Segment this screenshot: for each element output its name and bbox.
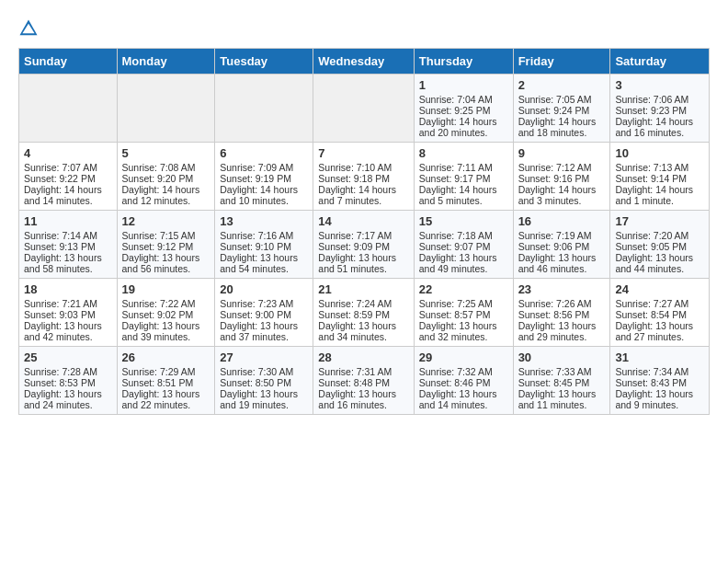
daylight-minutes-text: and 51 minutes.: [318, 263, 408, 274]
calendar-cell: [313, 75, 414, 143]
daylight-hours-text: Daylight: 13 hours: [419, 388, 508, 399]
daylight-hours-text: Daylight: 13 hours: [220, 388, 308, 399]
daylight-hours-text: Daylight: 13 hours: [220, 320, 308, 331]
day-number: 30: [518, 350, 606, 364]
sunrise-text: Sunrise: 7:15 AM: [122, 230, 210, 241]
day-number: 31: [615, 350, 704, 364]
calendar-cell: 29Sunrise: 7:32 AMSunset: 8:46 PMDayligh…: [414, 347, 513, 415]
calendar-cell: 11Sunrise: 7:14 AMSunset: 9:13 PMDayligh…: [19, 211, 118, 279]
daylight-hours-text: Daylight: 13 hours: [518, 388, 606, 399]
daylight-hours-text: Daylight: 13 hours: [24, 320, 112, 331]
day-number: 5: [122, 146, 210, 160]
calendar-cell: 21Sunrise: 7:24 AMSunset: 8:59 PMDayligh…: [313, 279, 414, 347]
day-number: 20: [220, 282, 308, 296]
page-header: [18, 18, 710, 39]
daylight-minutes-text: and 14 minutes.: [24, 195, 112, 206]
sunrise-text: Sunrise: 7:06 AM: [615, 94, 704, 105]
calendar-table: SundayMondayTuesdayWednesdayThursdayFrid…: [18, 48, 710, 415]
daylight-minutes-text: and 34 minutes.: [318, 331, 408, 342]
calendar-cell: 16Sunrise: 7:19 AMSunset: 9:06 PMDayligh…: [513, 211, 610, 279]
daylight-minutes-text: and 44 minutes.: [615, 263, 704, 274]
sunrise-text: Sunrise: 7:04 AM: [419, 94, 508, 105]
sunset-text: Sunset: 8:54 PM: [615, 309, 704, 320]
day-number: 27: [220, 350, 308, 364]
sunset-text: Sunset: 9:09 PM: [318, 241, 408, 252]
day-number: 29: [419, 350, 508, 364]
calendar-cell: 5Sunrise: 7:08 AMSunset: 9:20 PMDaylight…: [117, 143, 215, 211]
daylight-minutes-text: and 27 minutes.: [615, 331, 704, 342]
daylight-hours-text: Daylight: 14 hours: [220, 184, 308, 195]
day-number: 18: [24, 282, 112, 296]
daylight-hours-text: Daylight: 13 hours: [318, 252, 408, 263]
daylight-minutes-text: and 16 minutes.: [615, 127, 704, 138]
calendar-week-row: 11Sunrise: 7:14 AMSunset: 9:13 PMDayligh…: [19, 211, 710, 279]
calendar-cell: 22Sunrise: 7:25 AMSunset: 8:57 PMDayligh…: [414, 279, 513, 347]
sunset-text: Sunset: 9:13 PM: [24, 241, 112, 252]
calendar-cell: 9Sunrise: 7:12 AMSunset: 9:16 PMDaylight…: [513, 143, 610, 211]
daylight-hours-text: Daylight: 14 hours: [518, 116, 606, 127]
daylight-minutes-text: and 7 minutes.: [318, 195, 408, 206]
day-number: 16: [518, 214, 606, 228]
calendar-cell: 18Sunrise: 7:21 AMSunset: 9:03 PMDayligh…: [19, 279, 118, 347]
sunrise-text: Sunrise: 7:16 AM: [220, 230, 308, 241]
calendar-cell: 7Sunrise: 7:10 AMSunset: 9:18 PMDaylight…: [313, 143, 414, 211]
sunrise-text: Sunrise: 7:27 AM: [615, 298, 704, 309]
sunset-text: Sunset: 9:17 PM: [419, 173, 508, 184]
daylight-minutes-text: and 16 minutes.: [318, 399, 408, 410]
daylight-hours-text: Daylight: 13 hours: [318, 320, 408, 331]
day-number: 3: [615, 78, 704, 92]
calendar-week-row: 18Sunrise: 7:21 AMSunset: 9:03 PMDayligh…: [19, 279, 710, 347]
sunset-text: Sunset: 9:06 PM: [518, 241, 606, 252]
calendar-cell: 2Sunrise: 7:05 AMSunset: 9:24 PMDaylight…: [513, 75, 610, 143]
sunrise-text: Sunrise: 7:21 AM: [24, 298, 112, 309]
calendar-cell: 6Sunrise: 7:09 AMSunset: 9:19 PMDaylight…: [215, 143, 313, 211]
calendar-cell: 31Sunrise: 7:34 AMSunset: 8:43 PMDayligh…: [610, 347, 710, 415]
sunrise-text: Sunrise: 7:24 AM: [318, 298, 408, 309]
sunset-text: Sunset: 9:24 PM: [518, 105, 606, 116]
daylight-hours-text: Daylight: 13 hours: [615, 252, 704, 263]
weekday-header: Wednesday: [313, 49, 414, 75]
sunset-text: Sunset: 9:02 PM: [122, 309, 210, 320]
daylight-hours-text: Daylight: 14 hours: [518, 184, 606, 195]
daylight-hours-text: Daylight: 13 hours: [518, 320, 606, 331]
calendar-cell: [215, 75, 313, 143]
day-number: 17: [615, 214, 704, 228]
daylight-minutes-text: and 3 minutes.: [518, 195, 606, 206]
daylight-minutes-text: and 12 minutes.: [122, 195, 210, 206]
day-number: 19: [122, 282, 210, 296]
calendar-cell: 14Sunrise: 7:17 AMSunset: 9:09 PMDayligh…: [313, 211, 414, 279]
calendar-cell: 20Sunrise: 7:23 AMSunset: 9:00 PMDayligh…: [215, 279, 313, 347]
daylight-minutes-text: and 9 minutes.: [615, 399, 704, 410]
calendar-week-row: 25Sunrise: 7:28 AMSunset: 8:53 PMDayligh…: [19, 347, 710, 415]
calendar-cell: 13Sunrise: 7:16 AMSunset: 9:10 PMDayligh…: [215, 211, 313, 279]
calendar-cell: 27Sunrise: 7:30 AMSunset: 8:50 PMDayligh…: [215, 347, 313, 415]
daylight-hours-text: Daylight: 13 hours: [318, 388, 408, 399]
calendar-cell: 8Sunrise: 7:11 AMSunset: 9:17 PMDaylight…: [414, 143, 513, 211]
sunset-text: Sunset: 8:51 PM: [122, 377, 210, 388]
calendar-cell: 28Sunrise: 7:31 AMSunset: 8:48 PMDayligh…: [313, 347, 414, 415]
day-number: 10: [615, 146, 704, 160]
sunset-text: Sunset: 8:59 PM: [318, 309, 408, 320]
calendar-cell: [117, 75, 215, 143]
calendar-cell: 10Sunrise: 7:13 AMSunset: 9:14 PMDayligh…: [610, 143, 710, 211]
day-number: 15: [419, 214, 508, 228]
calendar-cell: 25Sunrise: 7:28 AMSunset: 8:53 PMDayligh…: [19, 347, 118, 415]
sunrise-text: Sunrise: 7:08 AM: [122, 162, 210, 173]
daylight-minutes-text: and 54 minutes.: [220, 263, 308, 274]
daylight-hours-text: Daylight: 13 hours: [24, 388, 112, 399]
daylight-hours-text: Daylight: 13 hours: [122, 320, 210, 331]
daylight-hours-text: Daylight: 14 hours: [24, 184, 112, 195]
sunrise-text: Sunrise: 7:34 AM: [615, 366, 704, 377]
daylight-hours-text: Daylight: 14 hours: [615, 116, 704, 127]
sunset-text: Sunset: 9:18 PM: [318, 173, 408, 184]
daylight-minutes-text: and 32 minutes.: [419, 331, 508, 342]
day-number: 1: [419, 78, 508, 92]
daylight-hours-text: Daylight: 14 hours: [419, 116, 508, 127]
weekday-header-row: SundayMondayTuesdayWednesdayThursdayFrid…: [19, 49, 710, 75]
weekday-header: Tuesday: [215, 49, 313, 75]
weekday-header: Monday: [117, 49, 215, 75]
day-number: 11: [24, 214, 112, 228]
weekday-header: Saturday: [610, 49, 710, 75]
weekday-header: Friday: [513, 49, 610, 75]
sunset-text: Sunset: 9:05 PM: [615, 241, 704, 252]
